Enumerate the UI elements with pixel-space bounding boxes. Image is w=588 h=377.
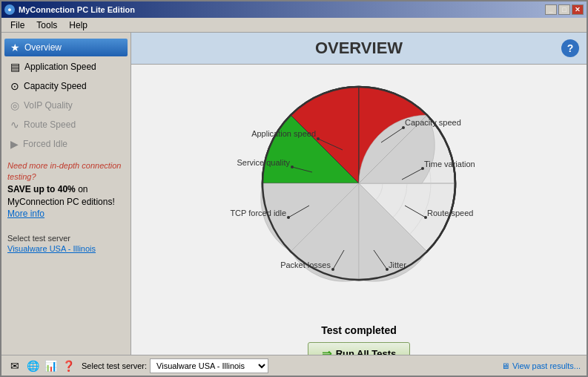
title-bar: ● MyConnection PC Lite Edition _ □ ✕	[1, 1, 587, 18]
promo-box: Need more in-depth connection testing? S…	[7, 160, 125, 220]
svg-text:Time variation: Time variation	[424, 160, 475, 168]
run-all-tests-button[interactable]: ⇒ Run All Tests	[308, 342, 411, 355]
close-button[interactable]: ✕	[572, 4, 584, 15]
test-status: Test completed	[321, 324, 397, 336]
content-area: OVERVIEW ?	[131, 33, 587, 355]
chart-area: Application speed Capacity speed Service…	[131, 65, 587, 355]
status-icons: ✉ 🌐 📊 ❓	[7, 358, 76, 373]
help-button[interactable]: ?	[561, 39, 579, 57]
view-past-results[interactable]: 🖥 View past results...	[501, 361, 581, 370]
view-past-label: View past results...	[512, 361, 581, 370]
promo-save-text: SAVE up to 40% on MyConnection PC editio…	[7, 183, 125, 220]
capacity-speed-icon: ⊙	[10, 80, 19, 92]
voip-quality-icon: ◎	[10, 99, 19, 111]
chart-container: Application speed Capacity speed Service…	[203, 72, 515, 324]
svg-text:Route speed: Route speed	[427, 209, 473, 217]
window-title: MyConnection PC Lite Edition	[19, 5, 545, 14]
svg-point-21	[291, 165, 294, 168]
svg-point-33	[331, 268, 334, 271]
sidebar-item-capacity-speed[interactable]: ⊙ Capacity Speed	[4, 77, 128, 95]
menu-tools[interactable]: Tools	[30, 19, 63, 32]
status-bar: ✉ 🌐 📊 ❓ Select test server: Visualware U…	[1, 355, 587, 376]
app-icon: ●	[4, 4, 15, 15]
server-select-bar: Select test server: Visualware USA - Ill…	[82, 358, 495, 373]
svg-text:Packet losses: Packet losses	[280, 260, 331, 269]
maximize-button[interactable]: □	[558, 4, 570, 15]
sidebar-server-link[interactable]: Visualware USA - Illinois	[7, 244, 128, 253]
sidebar-item-overview[interactable]: ★ Overview	[4, 39, 128, 56]
svg-text:Jitter: Jitter	[389, 260, 406, 269]
menu-file[interactable]: File	[4, 19, 30, 32]
sidebar: ★ Overview ▤ Application Speed ⊙ Capacit…	[1, 33, 131, 355]
run-all-tests-label: Run All Tests	[336, 348, 397, 355]
sidebar-item-voip-quality: ◎ VoIP Quality	[4, 96, 128, 114]
promo-save-bold: SAVE up to 40%	[7, 184, 76, 194]
forced-idle-icon: ▶	[10, 138, 19, 150]
sidebar-route-speed-label: Route Speed	[24, 119, 76, 130]
overview-title: OVERVIEW	[315, 39, 403, 58]
route-speed-icon: ∿	[10, 119, 19, 131]
svg-point-15	[317, 137, 320, 140]
sidebar-server-label: Select test server	[7, 234, 128, 243]
sidebar-application-speed-label: Application Speed	[24, 62, 96, 72]
promo-need-more: Need more in-depth connection testing?	[7, 160, 125, 183]
sidebar-forced-idle-label: Forced Idle	[23, 139, 67, 149]
svg-text:TCP forced idle: TCP forced idle	[230, 209, 286, 217]
sidebar-overview-label: Overview	[24, 42, 62, 53]
menu-bar: File Tools Help	[1, 18, 587, 33]
sidebar-item-route-speed: ∿ Route Speed	[4, 116, 128, 134]
sidebar-item-application-speed[interactable]: ▤ Application Speed	[4, 58, 128, 76]
sidebar-item-forced-idle: ▶ Forced Idle	[4, 135, 128, 153]
sidebar-voip-quality-label: VoIP Quality	[24, 100, 73, 111]
svg-text:Capacity speed: Capacity speed	[405, 118, 461, 127]
overview-header: OVERVIEW ?	[131, 33, 587, 65]
sidebar-capacity-speed-label: Capacity Speed	[24, 81, 87, 91]
network-icon[interactable]: 🌐	[25, 358, 40, 373]
overview-icon: ★	[10, 42, 20, 53]
promo-more-info-link[interactable]: More info	[7, 209, 44, 219]
application-speed-icon: ▤	[10, 61, 20, 73]
server-select-dropdown[interactable]: Visualware USA - Illinois	[150, 358, 268, 373]
svg-text:Service quality: Service quality	[237, 158, 290, 167]
minimize-button[interactable]: _	[545, 4, 557, 15]
help-status-icon[interactable]: ❓	[61, 358, 76, 373]
overview-chart: Application speed Capacity speed Service…	[203, 72, 515, 295]
email-icon[interactable]: ✉	[7, 358, 22, 373]
run-arrow-icon: ⇒	[322, 347, 331, 355]
chart-icon[interactable]: 📊	[43, 358, 58, 373]
svg-text:Application speed: Application speed	[251, 129, 316, 138]
main-content: ★ Overview ▤ Application Speed ⊙ Capacit…	[1, 33, 587, 355]
menu-help[interactable]: Help	[63, 19, 93, 32]
window-controls: _ □ ✕	[545, 4, 584, 15]
view-past-icon: 🖥	[501, 361, 509, 370]
main-window: ● MyConnection PC Lite Edition _ □ ✕ Fil…	[0, 0, 588, 377]
svg-point-27	[287, 216, 290, 219]
status-server-label: Select test server:	[82, 361, 147, 370]
